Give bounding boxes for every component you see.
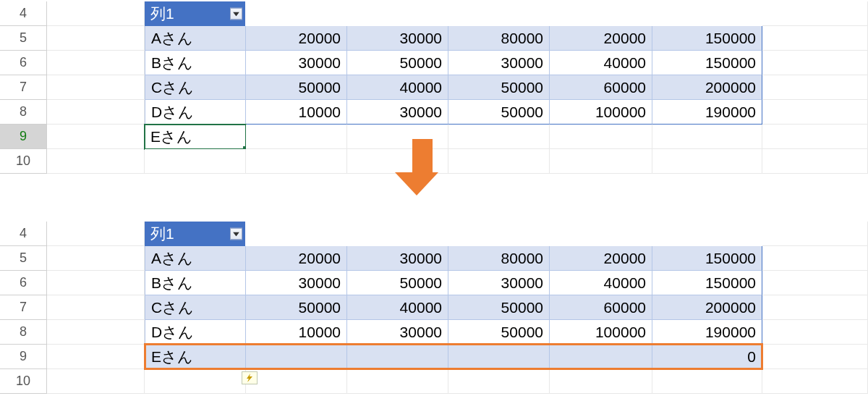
filter-dropdown-icon[interactable] [230, 8, 242, 20]
cell-empty[interactable] [762, 271, 868, 295]
cell-empty[interactable] [47, 271, 145, 295]
cell-empty[interactable] [47, 125, 145, 149]
table-cell[interactable]: 20000 [550, 246, 652, 271]
table-cell[interactable]: 150000 [652, 246, 762, 271]
table-cell[interactable]: Aさん [145, 246, 246, 271]
table-cell[interactable]: 50000 [448, 320, 550, 345]
table-cell[interactable]: 200000 [652, 75, 762, 100]
table-cell[interactable]: 10000 [246, 100, 347, 125]
table-cell[interactable]: Cさん [145, 295, 246, 320]
table-header[interactable]: 列1 [145, 1, 246, 26]
table-cell[interactable]: 150000 [652, 271, 762, 295]
cell-empty[interactable] [762, 369, 868, 394]
cell-empty[interactable] [762, 222, 868, 246]
table-cell[interactable]: 150000 [652, 51, 762, 75]
table-cell[interactable]: 30000 [347, 26, 448, 51]
row-header[interactable]: 7 [0, 75, 47, 100]
table-cell[interactable]: 30000 [347, 320, 448, 345]
table-cell[interactable]: Dさん [145, 100, 246, 125]
table-header[interactable]: 列1 [145, 222, 246, 246]
table-cell[interactable]: 30000 [448, 51, 550, 75]
cell-empty[interactable] [762, 125, 868, 149]
table-cell[interactable]: Bさん [145, 51, 246, 75]
cell-empty[interactable] [47, 1, 145, 26]
row-header[interactable]: 10 [0, 149, 47, 174]
cell-empty[interactable] [47, 26, 145, 51]
table-cell[interactable]: 190000 [652, 100, 762, 125]
cell-empty[interactable] [47, 100, 145, 125]
cell-empty[interactable] [246, 125, 347, 149]
cell-empty[interactable] [47, 320, 145, 345]
cell-empty[interactable] [47, 222, 145, 246]
table-cell[interactable]: 20000 [246, 246, 347, 271]
cell-empty[interactable] [47, 51, 145, 75]
table-cell[interactable]: 40000 [550, 271, 652, 295]
cell-empty[interactable] [762, 1, 868, 26]
table-cell[interactable]: 30000 [347, 100, 448, 125]
cell-empty[interactable] [762, 246, 868, 271]
cell-empty[interactable] [448, 149, 550, 174]
row-header[interactable]: 10 [0, 369, 47, 394]
cell-empty[interactable] [448, 125, 550, 149]
table-cell[interactable]: 200000 [652, 295, 762, 320]
table-cell[interactable]: Bさん [145, 271, 246, 295]
autocorrect-options-icon[interactable] [242, 371, 258, 384]
cell-empty[interactable] [47, 149, 145, 174]
cell-empty[interactable] [762, 345, 868, 369]
table-cell[interactable]: 50000 [347, 51, 448, 75]
table-cell[interactable]: 40000 [550, 51, 652, 75]
table-cell[interactable]: 190000 [652, 320, 762, 345]
table-cell[interactable]: 0 [652, 345, 762, 369]
row-header[interactable]: 4 [0, 1, 47, 26]
cell-empty[interactable] [550, 149, 652, 174]
filter-dropdown-icon[interactable] [230, 228, 242, 240]
cell-empty[interactable] [550, 125, 652, 149]
table-cell[interactable]: 40000 [347, 75, 448, 100]
cell-empty[interactable] [145, 149, 246, 174]
row-header[interactable]: 9 [0, 345, 47, 369]
table-cell[interactable]: 50000 [246, 75, 347, 100]
cell-empty[interactable] [652, 369, 762, 394]
row-header[interactable]: 5 [0, 246, 47, 271]
cell-empty[interactable] [762, 51, 868, 75]
table-cell[interactable]: Dさん [145, 320, 246, 345]
cell-empty[interactable] [246, 149, 347, 174]
table-cell[interactable]: Cさん [145, 75, 246, 100]
cell-empty[interactable] [246, 369, 347, 394]
cell-empty[interactable] [762, 149, 868, 174]
table-cell[interactable] [448, 345, 550, 369]
row-header[interactable]: 8 [0, 320, 47, 345]
row-header[interactable]: 8 [0, 100, 47, 125]
table-cell[interactable]: 50000 [448, 295, 550, 320]
table-cell[interactable]: 50000 [347, 271, 448, 295]
row-header[interactable]: 5 [0, 26, 47, 51]
cell-empty[interactable] [762, 295, 868, 320]
cell-empty[interactable] [47, 295, 145, 320]
table-cell[interactable] [550, 345, 652, 369]
table-cell[interactable]: 30000 [246, 51, 347, 75]
table-cell[interactable]: 30000 [246, 271, 347, 295]
table-cell[interactable]: 30000 [448, 271, 550, 295]
cell-empty[interactable] [762, 75, 868, 100]
table-cell[interactable] [246, 345, 347, 369]
table-cell[interactable]: 60000 [550, 295, 652, 320]
cell-empty[interactable] [448, 369, 550, 394]
table-cell[interactable]: 20000 [550, 26, 652, 51]
cell-empty[interactable] [145, 369, 246, 394]
cell-empty[interactable] [47, 246, 145, 271]
cell-empty[interactable] [762, 26, 868, 51]
cell-empty[interactable] [347, 369, 448, 394]
table-cell[interactable]: 80000 [448, 26, 550, 51]
table-cell[interactable]: 100000 [550, 320, 652, 345]
row-header[interactable]: 6 [0, 271, 47, 295]
table-cell[interactable]: 50000 [448, 75, 550, 100]
table-cell[interactable]: 150000 [652, 26, 762, 51]
table-cell[interactable] [347, 345, 448, 369]
table-cell[interactable]: 60000 [550, 75, 652, 100]
table-cell[interactable]: 30000 [347, 246, 448, 271]
active-cell-editing[interactable]: Eさん [145, 125, 246, 149]
cell-empty[interactable] [652, 125, 762, 149]
row-header[interactable]: 4 [0, 222, 47, 246]
row-header-active[interactable]: 9 [0, 125, 47, 149]
cell-empty[interactable] [652, 149, 762, 174]
